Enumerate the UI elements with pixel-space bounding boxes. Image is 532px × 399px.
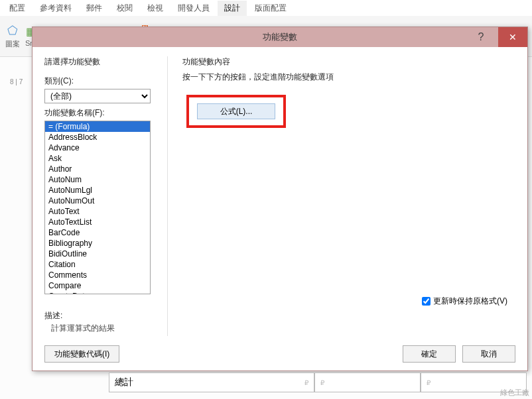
doc-table-row: 總計 ₽ ₽ ₽: [109, 372, 527, 392]
field-item-formula[interactable]: = (Formula): [45, 121, 150, 132]
ruler-mark: 8 | 7: [10, 78, 23, 86]
field-item-autonumlgl[interactable]: AutoNumLgl: [45, 185, 150, 196]
description-text: 計算運算式的結果: [44, 323, 115, 334]
tab-review[interactable]: 校閱: [110, 1, 139, 16]
table-cell-total[interactable]: 總計 ₽: [109, 372, 314, 392]
category-select[interactable]: (全部): [44, 89, 151, 103]
field-item-bidioutline[interactable]: BidiOutline: [45, 249, 150, 259]
field-list[interactable]: = (Formula)AddressBlockAdvanceAskAuthorA…: [44, 121, 151, 294]
instruction-text: 按一下下方的按鈕，設定進階功能變數選項: [182, 72, 515, 83]
formula-button[interactable]: 公式(L)...: [197, 103, 275, 119]
close-icon: ✕: [509, 32, 517, 42]
dialog-buttons: 功能變數代碼(I) 確定 取消: [44, 345, 515, 363]
tab-layout[interactable]: 配置: [3, 1, 32, 16]
field-item-comments[interactable]: Comments: [45, 270, 150, 280]
close-button[interactable]: ✕: [498, 27, 527, 47]
right-panel: 功能變數內容 按一下下方的按鈕，設定進階功能變數選項 公式(L)...: [167, 56, 515, 336]
field-dialog: 功能變數 ? ✕ 請選擇功能變數 類別(C): (全部) 功能變數名稱(F): …: [32, 27, 528, 371]
left-panel: 請選擇功能變數 類別(C): (全部) 功能變數名稱(F): = (Formul…: [44, 56, 161, 336]
ok-button[interactable]: 確定: [403, 345, 456, 363]
table-cell-2[interactable]: ₽: [314, 372, 421, 392]
tab-design[interactable]: 設計: [218, 1, 247, 16]
field-item-addressblock[interactable]: AddressBlock: [45, 132, 150, 142]
ribbon-tabs: 配置 參考資料 郵件 校閱 檢視 開發人員 設計 版面配置: [0, 0, 532, 16]
field-item-autonum[interactable]: AutoNum: [45, 174, 150, 185]
dialog-titlebar: 功能變數 ? ✕: [33, 27, 527, 47]
field-item-citation[interactable]: Citation: [45, 259, 150, 270]
field-item-bibliography[interactable]: Bibliography: [45, 238, 150, 249]
field-item-compare[interactable]: Compare: [45, 280, 150, 291]
field-item-autotext[interactable]: AutoText: [45, 206, 150, 217]
tab-references[interactable]: 參考資料: [33, 1, 78, 16]
help-button[interactable]: ?: [468, 27, 494, 47]
dialog-title: 功能變數: [263, 31, 297, 43]
watermark: 綠色工廠: [500, 388, 529, 398]
field-item-autonumout[interactable]: AutoNumOut: [45, 196, 150, 206]
field-codes-button[interactable]: 功能變數代碼(I): [44, 345, 119, 363]
ribbon-shapes[interactable]: ⬠ 圖案: [5, 23, 20, 49]
cancel-button[interactable]: 取消: [462, 345, 515, 363]
field-item-barcode[interactable]: BarCode: [45, 227, 150, 238]
field-item-advance[interactable]: Advance: [45, 142, 150, 153]
field-item-autotextlist[interactable]: AutoTextList: [45, 217, 150, 227]
description-label: 描述:: [44, 310, 115, 321]
shapes-icon: ⬠: [7, 23, 18, 38]
category-label: 類別(C):: [44, 76, 161, 87]
cell-marker: ₽: [304, 379, 308, 386]
tab-developer[interactable]: 開發人員: [171, 1, 216, 16]
preserve-format-label: 更新時保持原格式(V): [433, 296, 507, 307]
tab-view[interactable]: 檢視: [141, 1, 170, 16]
tab-pagelayout[interactable]: 版面配置: [248, 1, 293, 16]
field-content-header: 功能變數內容: [182, 56, 515, 68]
fieldname-label: 功能變數名稱(F):: [44, 107, 161, 119]
tab-mailings[interactable]: 郵件: [80, 1, 109, 16]
select-field-header: 請選擇功能變數: [44, 56, 161, 68]
preserve-format-option[interactable]: 更新時保持原格式(V): [422, 296, 507, 307]
preserve-format-checkbox[interactable]: [422, 297, 431, 306]
field-item-ask[interactable]: Ask: [45, 153, 150, 164]
field-item-createdate[interactable]: CreateDate: [45, 291, 150, 294]
formula-button-highlight: 公式(L)...: [186, 95, 286, 128]
field-item-author[interactable]: Author: [45, 164, 150, 174]
description-section: 描述: 計算運算式的結果: [44, 310, 115, 334]
